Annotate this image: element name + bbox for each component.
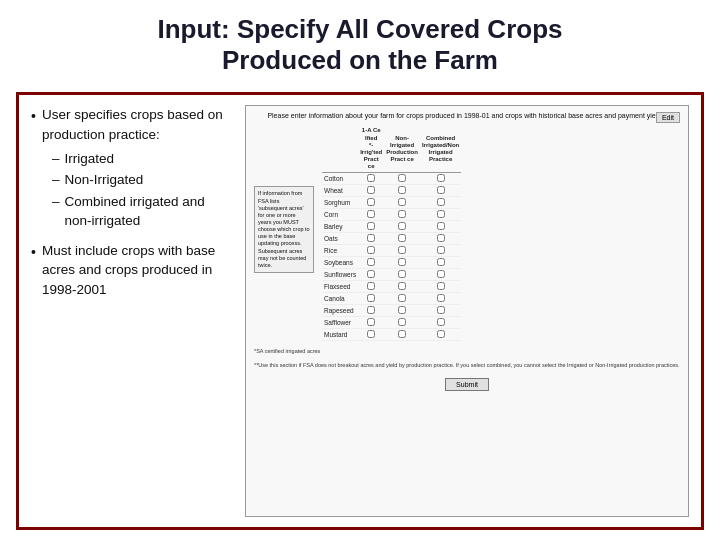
submit-button[interactable]: Submit [445, 378, 489, 391]
checkbox-cell[interactable] [384, 256, 420, 268]
crop-checkbox[interactable] [437, 222, 445, 230]
checkbox-cell[interactable] [384, 280, 420, 292]
checkbox-cell[interactable] [420, 292, 461, 304]
crop-checkbox[interactable] [437, 234, 445, 242]
checkbox-cell[interactable] [358, 184, 384, 196]
col-irrigated: 1-A Ce Ified*-Irrig'tedPract ce [358, 126, 384, 172]
crop-checkbox[interactable] [398, 270, 406, 278]
edit-button[interactable]: Edit [656, 112, 680, 123]
crop-checkbox[interactable] [437, 186, 445, 194]
left-panel: • User specifies crops based on producti… [31, 105, 231, 517]
crop-checkbox[interactable] [367, 306, 375, 314]
crop-checkbox[interactable] [437, 210, 445, 218]
crop-checkbox[interactable] [367, 174, 375, 182]
crop-checkbox[interactable] [398, 174, 406, 182]
checkbox-cell[interactable] [384, 304, 420, 316]
crop-checkbox[interactable] [398, 246, 406, 254]
checkbox-cell[interactable] [358, 232, 384, 244]
checkbox-cell[interactable] [420, 208, 461, 220]
crop-checkbox[interactable] [367, 210, 375, 218]
crop-checkbox[interactable] [398, 294, 406, 302]
right-panel: Please enter information about your farm… [245, 105, 689, 517]
checkbox-cell[interactable] [420, 328, 461, 340]
checkbox-cell[interactable] [420, 172, 461, 184]
checkbox-cell[interactable] [420, 316, 461, 328]
crop-checkbox[interactable] [398, 186, 406, 194]
table-row: Canola [322, 292, 461, 304]
crop-checkbox[interactable] [398, 306, 406, 314]
crop-checkbox[interactable] [367, 318, 375, 326]
crop-checkbox[interactable] [367, 198, 375, 206]
checkbox-cell[interactable] [420, 196, 461, 208]
crop-checkbox[interactable] [398, 282, 406, 290]
title-line1: Input: Specify All Covered Crops [158, 14, 563, 44]
crop-checkbox[interactable] [398, 258, 406, 266]
crop-checkbox[interactable] [437, 306, 445, 314]
checkbox-cell[interactable] [420, 256, 461, 268]
crop-checkbox[interactable] [367, 222, 375, 230]
crop-checkbox[interactable] [367, 330, 375, 338]
crop-checkbox[interactable] [437, 246, 445, 254]
checkbox-cell[interactable] [358, 220, 384, 232]
crop-checkbox[interactable] [367, 234, 375, 242]
table-row: Mustard [322, 328, 461, 340]
checkbox-cell[interactable] [358, 196, 384, 208]
table-row: Wheat [322, 184, 461, 196]
checkbox-cell[interactable] [420, 232, 461, 244]
crop-checkbox[interactable] [437, 330, 445, 338]
checkbox-cell[interactable] [358, 208, 384, 220]
crop-checkbox[interactable] [398, 210, 406, 218]
checkbox-cell[interactable] [384, 244, 420, 256]
checkbox-cell[interactable] [420, 304, 461, 316]
crop-checkbox[interactable] [398, 198, 406, 206]
checkbox-cell[interactable] [358, 304, 384, 316]
checkbox-cell[interactable] [420, 220, 461, 232]
crop-name: Soybeans [322, 256, 358, 268]
bullet-text-1: User specifies crops based on production… [42, 105, 231, 232]
crop-checkbox[interactable] [398, 318, 406, 326]
crop-checkbox[interactable] [398, 234, 406, 242]
checkbox-cell[interactable] [384, 208, 420, 220]
crop-checkbox[interactable] [367, 186, 375, 194]
checkbox-cell[interactable] [420, 244, 461, 256]
checkbox-cell[interactable] [384, 268, 420, 280]
checkbox-cell[interactable] [384, 316, 420, 328]
crop-checkbox[interactable] [367, 270, 375, 278]
checkbox-cell[interactable] [384, 184, 420, 196]
checkbox-cell[interactable] [384, 328, 420, 340]
crop-checkbox[interactable] [437, 270, 445, 278]
crop-checkbox[interactable] [437, 174, 445, 182]
crop-checkbox[interactable] [437, 294, 445, 302]
checkbox-cell[interactable] [420, 268, 461, 280]
crop-checkbox[interactable] [398, 222, 406, 230]
crop-checkbox[interactable] [437, 282, 445, 290]
crop-checkbox[interactable] [367, 282, 375, 290]
title-line2: Produced on the Farm [222, 45, 498, 75]
bottom-note1-text: *SA certified irrigated acres [254, 348, 320, 354]
checkbox-cell[interactable] [384, 220, 420, 232]
table-row: Rice [322, 244, 461, 256]
checkbox-cell[interactable] [420, 280, 461, 292]
crop-checkbox[interactable] [437, 318, 445, 326]
checkbox-cell[interactable] [420, 184, 461, 196]
checkbox-cell[interactable] [384, 232, 420, 244]
crop-checkbox[interactable] [367, 246, 375, 254]
checkbox-cell[interactable] [358, 316, 384, 328]
checkbox-cell[interactable] [358, 328, 384, 340]
checkbox-cell[interactable] [358, 172, 384, 184]
checkbox-cell[interactable] [358, 244, 384, 256]
crop-checkbox[interactable] [437, 198, 445, 206]
crop-checkbox[interactable] [367, 258, 375, 266]
checkbox-cell[interactable] [384, 292, 420, 304]
bullet1-text: User specifies crops based on production… [42, 107, 223, 142]
crop-checkbox[interactable] [437, 258, 445, 266]
crop-checkbox[interactable] [398, 330, 406, 338]
checkbox-cell[interactable] [358, 256, 384, 268]
checkbox-cell[interactable] [358, 292, 384, 304]
checkbox-cell[interactable] [384, 196, 420, 208]
table-row: Soybeans [322, 256, 461, 268]
crop-checkbox[interactable] [367, 294, 375, 302]
checkbox-cell[interactable] [358, 280, 384, 292]
checkbox-cell[interactable] [384, 172, 420, 184]
checkbox-cell[interactable] [358, 268, 384, 280]
